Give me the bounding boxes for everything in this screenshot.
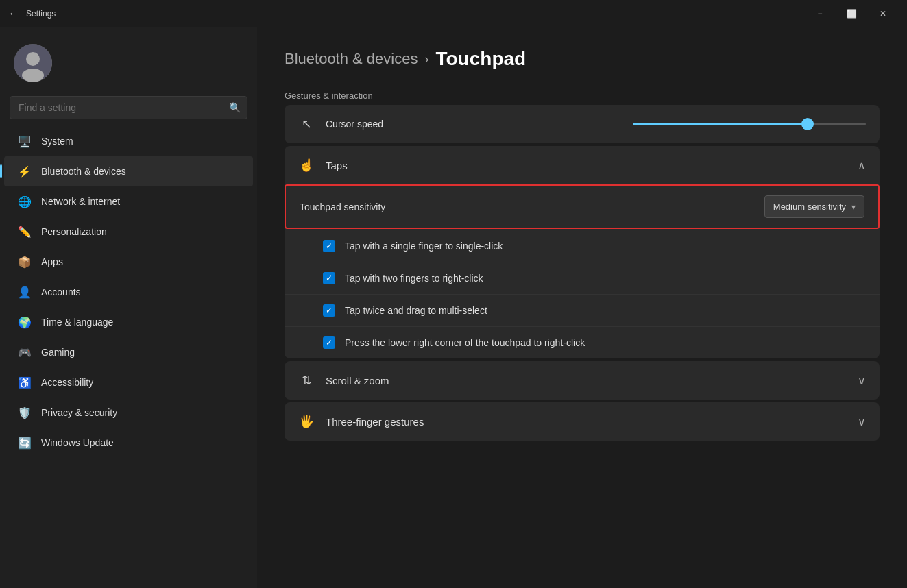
three-finger-label: Three-finger gestures [326,416,847,428]
maximize-button[interactable]: ⬜ [836,0,867,27]
checkbox-label-0: Tap with a single finger to single-click [345,241,503,252]
sidebar-item-bluetooth[interactable]: ⚡ Bluetooth & devices [4,156,253,186]
three-finger-card: 🖐 Three-finger gestures ∨ [285,402,880,441]
slider-thumb[interactable] [801,118,814,130]
nav-list: 🖥️ System ⚡ Bluetooth & devices 🌐 Networ… [0,126,257,458]
sidebar-item-label-gaming: Gaming [41,347,75,358]
sidebar-item-apps[interactable]: 📦 Apps [4,247,253,277]
touchpad-sensitivity-row: Touchpad sensitivity Medium sensitivity … [285,184,880,229]
taps-icon: ☝ [298,157,315,173]
main-layout: 🔍 🖥️ System ⚡ Bluetooth & devices 🌐 Netw… [0,27,907,588]
sidebar-item-privacy[interactable]: 🛡️ Privacy & security [4,397,253,428]
accounts-icon: 👤 [18,285,32,299]
windows-update-icon: 🔄 [18,436,32,450]
checkbox-label-3: Press the lower right corner of the touc… [345,337,585,348]
minimize-button[interactable]: − [804,0,836,27]
svg-point-1 [26,52,40,66]
checkbox-row-2: ✓ Tap twice and drag to multi-select [285,295,880,327]
checkbox-check-0: ✓ [326,241,332,251]
titlebar-left: ← Settings [8,8,56,20]
breadcrumb-arrow: › [424,52,428,66]
scroll-zoom-row[interactable]: ⇅ Scroll & zoom ∨ [285,361,880,400]
network-icon: 🌐 [18,195,32,208]
cursor-speed-slider[interactable] [633,123,866,125]
taps-chevron-icon: ∧ [858,159,866,172]
sidebar-item-personalization[interactable]: ✏️ Personalization [4,217,253,247]
sidebar-item-label-accounts: Accounts [41,286,81,297]
personalization-icon: ✏️ [18,225,32,238]
checkbox-check-2: ✓ [326,306,332,315]
touchpad-sensitivity-label: Touchpad sensitivity [300,201,753,212]
cursor-speed-row: ↖ Cursor speed [285,105,880,143]
back-icon[interactable]: ← [8,8,19,20]
checkbox-row-0: ✓ Tap with a single finger to single-cli… [285,230,880,262]
sidebar-item-label-time: Time & language [41,317,113,328]
titlebar-controls: − ⬜ ✕ [804,0,899,27]
scroll-zoom-label: Scroll & zoom [326,375,847,387]
scroll-icon: ⇅ [298,372,315,389]
sidebar-item-label-accessibility: Accessibility [41,377,93,388]
sidebar-item-windows-update[interactable]: 🔄 Windows Update [4,428,253,458]
sidebar-item-accounts[interactable]: 👤 Accounts [4,277,253,307]
taps-label: Taps [326,160,847,171]
avatar[interactable] [14,44,52,82]
sidebar-item-gaming[interactable]: 🎮 Gaming [4,337,253,367]
sidebar-item-label-windows-update: Windows Update [41,437,114,448]
sidebar-item-label-personalization: Personalization [41,226,107,237]
gaming-icon: 🎮 [18,345,32,359]
content-area: Bluetooth & devices › Touchpad Gestures … [257,27,907,588]
three-finger-row[interactable]: 🖐 Three-finger gestures ∨ [285,402,880,441]
breadcrumb-current: Touchpad [435,48,526,70]
cursor-icon: ↖ [298,116,315,132]
privacy-icon: 🛡️ [18,406,32,419]
sidebar: 🔍 🖥️ System ⚡ Bluetooth & devices 🌐 Netw… [0,27,257,588]
sidebar-item-label-privacy: Privacy & security [41,407,117,418]
breadcrumb: Bluetooth & devices › Touchpad [285,48,880,70]
titlebar-title: Settings [26,9,56,19]
scroll-zoom-card: ⇅ Scroll & zoom ∨ [285,361,880,400]
cursor-speed-label: Cursor speed [326,119,622,130]
taps-card: ☝ Taps ∧ Touchpad sensitivity Medium sen… [285,146,880,358]
three-finger-chevron-icon: ∨ [858,415,866,428]
three-finger-icon: 🖐 [298,413,315,430]
user-section [0,34,257,96]
touchpad-sensitivity-value: Medium sensitivity [773,201,846,212]
titlebar: ← Settings − ⬜ ✕ [0,0,907,27]
bluetooth-icon: ⚡ [18,164,32,178]
sidebar-item-time[interactable]: 🌍 Time & language [4,307,253,337]
sidebar-item-network[interactable]: 🌐 Network & internet [4,186,253,217]
cursor-speed-card: ↖ Cursor speed [285,105,880,143]
checkbox-label-1: Tap with two fingers to right-click [345,273,483,284]
search-input[interactable] [10,96,247,119]
sidebar-item-label-bluetooth: Bluetooth & devices [41,166,126,177]
time-icon: 🌍 [18,315,32,329]
search-box: 🔍 [10,96,247,119]
sidebar-item-label-network: Network & internet [41,196,120,207]
slider-fill [633,123,808,125]
close-button[interactable]: ✕ [867,0,899,27]
checkbox-2[interactable]: ✓ [323,304,335,317]
breadcrumb-parent[interactable]: Bluetooth & devices [285,50,418,68]
search-icon: 🔍 [229,102,241,113]
checkbox-1[interactable]: ✓ [323,272,335,284]
sidebar-item-accessibility[interactable]: ♿ Accessibility [4,367,253,397]
checkbox-check-1: ✓ [326,273,332,283]
sidebar-item-label-apps: Apps [41,256,63,267]
accessibility-icon: ♿ [18,376,32,389]
checkbox-check-3: ✓ [326,338,332,347]
checkbox-row-1: ✓ Tap with two fingers to right-click [285,262,880,295]
checkbox-0[interactable]: ✓ [323,240,335,252]
system-icon: 🖥️ [18,134,32,148]
svg-point-2 [22,69,44,82]
apps-icon: 📦 [18,255,32,269]
sidebar-item-system[interactable]: 🖥️ System [4,126,253,156]
taps-header[interactable]: ☝ Taps ∧ [285,146,880,184]
sidebar-item-label-system: System [41,136,73,147]
section-label: Gestures & interaction [285,90,880,101]
checkbox-3[interactable]: ✓ [323,336,335,349]
touchpad-sensitivity-dropdown[interactable]: Medium sensitivity ▾ [764,195,864,218]
checkbox-row-3: ✓ Press the lower right corner of the to… [285,327,880,358]
dropdown-arrow-icon: ▾ [851,202,856,212]
checkbox-label-2: Tap twice and drag to multi-select [345,305,487,316]
avatar-image [14,44,52,82]
